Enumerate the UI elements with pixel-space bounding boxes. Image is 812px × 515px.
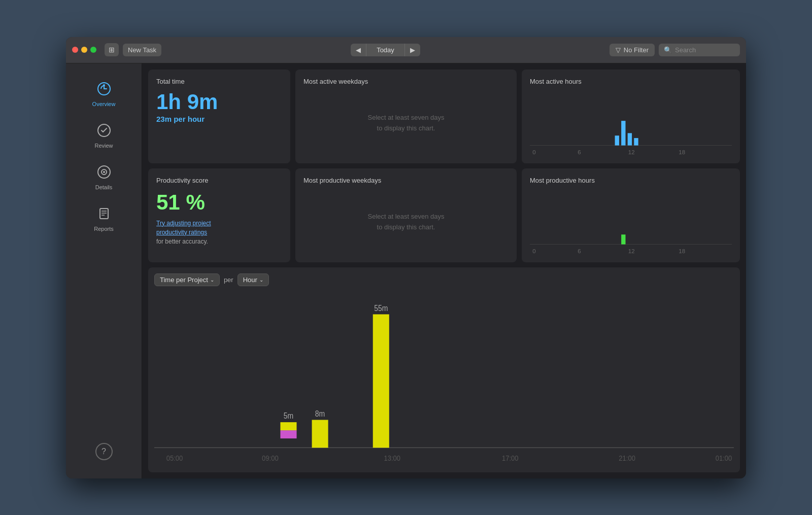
search-icon: 🔍 bbox=[664, 46, 672, 54]
new-task-button[interactable]: New Task bbox=[123, 44, 161, 56]
close-button[interactable] bbox=[72, 47, 78, 53]
svg-rect-27 bbox=[280, 422, 296, 430]
most-productive-weekdays-title: Most productive weekdays bbox=[303, 177, 509, 184]
maximize-button[interactable] bbox=[90, 47, 96, 53]
bar-chart-area: 5m 8m 55m 05:00 09:00 13:00 17:00 bbox=[154, 292, 734, 466]
most-active-hours-chart: 0 6 12 18 bbox=[530, 91, 732, 155]
filter-button[interactable]: ▽ No Filter bbox=[610, 44, 655, 56]
filter-label: No Filter bbox=[624, 46, 649, 54]
nav-next-button[interactable]: ▶ bbox=[405, 44, 420, 56]
most-active-weekdays-title: Most active weekdays bbox=[303, 78, 509, 85]
svg-text:18: 18 bbox=[679, 149, 685, 155]
metric-select-chevron: ⌄ bbox=[210, 277, 214, 283]
svg-rect-20 bbox=[621, 234, 625, 244]
sidebar-item-details[interactable]: Details bbox=[66, 157, 142, 196]
date-navigation: ◀ Today ▶ bbox=[351, 44, 420, 56]
svg-rect-14 bbox=[634, 138, 638, 146]
minimize-button[interactable] bbox=[81, 47, 87, 53]
productivity-link[interactable]: Try adjusting projectproductivity rating… bbox=[156, 219, 282, 237]
most-active-weekdays-placeholder: Select at least seven daysto display thi… bbox=[303, 91, 509, 155]
stats-grid: Total time 1h 9m 23m per hour Most activ… bbox=[148, 70, 740, 262]
svg-text:8m: 8m bbox=[315, 408, 325, 418]
search-placeholder: Search bbox=[675, 46, 696, 54]
svg-text:18: 18 bbox=[679, 248, 685, 254]
svg-rect-6 bbox=[100, 209, 108, 219]
svg-text:17:00: 17:00 bbox=[502, 453, 519, 462]
svg-text:21:00: 21:00 bbox=[619, 453, 635, 462]
reports-icon bbox=[95, 204, 113, 223]
nav-prev-button[interactable]: ◀ bbox=[351, 44, 366, 56]
bottom-chart: Time per Project ⌄ per Hour ⌄ bbox=[148, 267, 740, 472]
productivity-score-card: Productivity score 51 % Try adjusting pr… bbox=[148, 168, 290, 262]
most-productive-hours-chart: 0 6 12 18 bbox=[530, 190, 732, 254]
total-time-sub-label: per hour bbox=[174, 115, 205, 123]
overview-icon bbox=[95, 80, 113, 98]
sidebar-item-overview[interactable]: Overview bbox=[66, 74, 142, 113]
svg-text:5m: 5m bbox=[284, 411, 293, 420]
reports-label: Reports bbox=[94, 226, 114, 232]
sidebar-bottom: ? bbox=[95, 435, 113, 468]
svg-rect-26 bbox=[280, 430, 296, 438]
total-time-value: 1h 9m bbox=[156, 91, 282, 113]
sidebar-toggle-button[interactable]: ⊞ bbox=[105, 43, 119, 56]
sidebar: Overview Review bbox=[66, 63, 142, 478]
svg-rect-11 bbox=[615, 135, 619, 145]
nav-today-label: Today bbox=[366, 44, 405, 56]
overview-label: Overview bbox=[92, 101, 116, 107]
sidebar-item-review[interactable]: Review bbox=[66, 115, 142, 155]
svg-text:01:00: 01:00 bbox=[716, 453, 732, 462]
main-layout: Overview Review bbox=[66, 63, 746, 478]
svg-rect-31 bbox=[373, 314, 389, 448]
most-productive-hours-title: Most productive hours bbox=[530, 177, 732, 184]
total-time-sub-value: 23m bbox=[156, 115, 172, 123]
svg-text:05:00: 05:00 bbox=[166, 453, 183, 462]
svg-rect-12 bbox=[621, 121, 625, 145]
traffic-lights bbox=[72, 47, 96, 53]
total-time-card: Total time 1h 9m 23m per hour bbox=[148, 70, 290, 163]
metric-select[interactable]: Time per Project ⌄ bbox=[154, 273, 220, 286]
interval-select[interactable]: Hour ⌄ bbox=[238, 273, 269, 286]
metric-select-label: Time per Project bbox=[160, 276, 208, 284]
most-productive-hours-card: Most productive hours 0 6 12 18 bbox=[522, 168, 740, 262]
new-task-label: New Task bbox=[128, 46, 156, 54]
chart-controls: Time per Project ⌄ per Hour ⌄ bbox=[154, 273, 734, 286]
most-active-hours-title: Most active hours bbox=[530, 78, 732, 85]
search-bar[interactable]: 🔍 Search bbox=[659, 44, 740, 56]
titlebar: ⊞ New Task ◀ Today ▶ ▽ No Filter 🔍 Searc… bbox=[66, 37, 746, 63]
filter-icon: ▽ bbox=[616, 46, 621, 54]
most-active-hours-card: Most active hours 0 6 bbox=[522, 70, 740, 163]
productivity-score-value: 51 % bbox=[156, 190, 282, 215]
svg-text:6: 6 bbox=[578, 248, 581, 254]
most-active-weekdays-card: Most active weekdays Select at least sev… bbox=[295, 70, 517, 163]
svg-point-5 bbox=[103, 171, 105, 173]
review-label: Review bbox=[94, 143, 113, 149]
svg-text:13:00: 13:00 bbox=[384, 453, 401, 462]
help-button[interactable]: ? bbox=[95, 443, 113, 460]
svg-text:6: 6 bbox=[578, 149, 581, 155]
svg-text:55m: 55m bbox=[374, 303, 388, 312]
productivity-note: for better accuracy. bbox=[156, 238, 282, 245]
most-productive-weekdays-card: Most productive weekdays Select at least… bbox=[295, 168, 517, 262]
svg-rect-13 bbox=[628, 133, 632, 145]
interval-select-chevron: ⌄ bbox=[259, 277, 263, 283]
content-area: Total time 1h 9m 23m per hour Most activ… bbox=[142, 63, 746, 478]
productivity-score-title: Productivity score bbox=[156, 177, 282, 184]
sidebar-item-reports[interactable]: Reports bbox=[66, 198, 142, 238]
app-window: ⊞ New Task ◀ Today ▶ ▽ No Filter 🔍 Searc… bbox=[66, 37, 746, 478]
interval-select-label: Hour bbox=[243, 276, 257, 284]
most-productive-weekdays-placeholder: Select at least seven daysto display thi… bbox=[303, 190, 509, 254]
svg-rect-29 bbox=[312, 420, 328, 448]
svg-text:12: 12 bbox=[628, 248, 635, 254]
details-label: Details bbox=[95, 184, 113, 190]
review-icon bbox=[95, 121, 113, 140]
details-icon bbox=[95, 163, 113, 181]
per-label: per bbox=[224, 276, 233, 284]
svg-text:0: 0 bbox=[532, 248, 535, 254]
total-time-sub: 23m per hour bbox=[156, 115, 282, 123]
svg-text:09:00: 09:00 bbox=[262, 453, 279, 462]
svg-text:12: 12 bbox=[628, 149, 635, 155]
svg-text:0: 0 bbox=[532, 149, 535, 155]
total-time-title: Total time bbox=[156, 78, 282, 85]
